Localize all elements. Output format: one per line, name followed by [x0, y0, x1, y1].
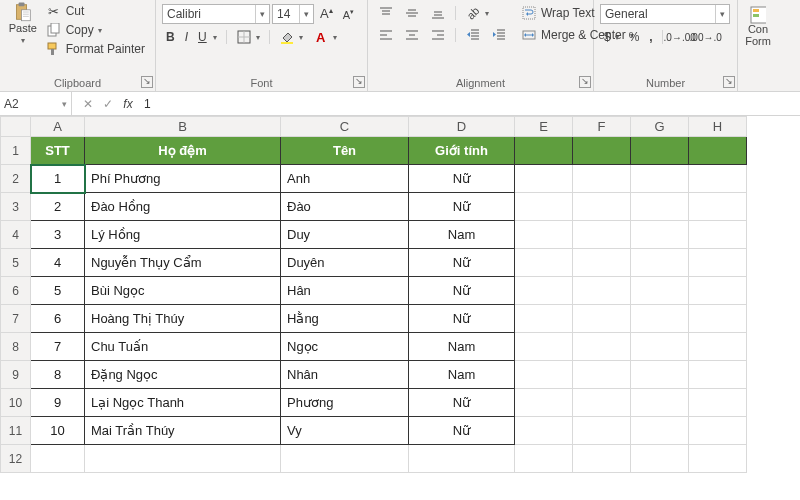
align-right-button[interactable] [426, 26, 450, 44]
row-header[interactable]: 8 [1, 333, 31, 361]
align-top-button[interactable] [374, 4, 398, 22]
cell[interactable] [631, 221, 689, 249]
cell[interactable]: 1 [31, 165, 85, 193]
cell[interactable] [31, 445, 85, 473]
paste-button[interactable]: Paste ▾ [6, 2, 40, 47]
row-header[interactable]: 12 [1, 445, 31, 473]
cell[interactable] [689, 249, 747, 277]
comma-format-button[interactable]: , [645, 29, 656, 45]
cell[interactable] [631, 305, 689, 333]
alignment-dialog-launcher[interactable] [579, 76, 591, 88]
cell[interactable] [689, 305, 747, 333]
cell[interactable] [689, 445, 747, 473]
cell[interactable] [515, 361, 573, 389]
row-header[interactable]: 5 [1, 249, 31, 277]
align-left-button[interactable] [374, 26, 398, 44]
cell[interactable] [85, 445, 281, 473]
cell[interactable]: Hoàng Thị Thúy [85, 305, 281, 333]
percent-format-button[interactable]: % [625, 29, 644, 45]
cell[interactable]: Hân [281, 277, 409, 305]
cell[interactable]: 9 [31, 389, 85, 417]
table-header-cell[interactable]: Họ đệm [85, 137, 281, 165]
col-header[interactable]: F [573, 117, 631, 137]
cell[interactable] [573, 417, 631, 445]
conditional-formatting-button[interactable]: Con Form [741, 6, 775, 48]
col-header[interactable]: H [689, 117, 747, 137]
cell[interactable]: Nữ [409, 277, 515, 305]
fill-color-button[interactable]: ▾ [275, 28, 307, 46]
format-painter-button[interactable]: Format Painter [42, 40, 149, 58]
cell[interactable] [631, 249, 689, 277]
row-header[interactable]: 6 [1, 277, 31, 305]
align-bottom-button[interactable] [426, 4, 450, 22]
cell[interactable] [689, 417, 747, 445]
cell[interactable]: Bùi Ngọc [85, 277, 281, 305]
cell[interactable] [689, 193, 747, 221]
row-header[interactable]: 1 [1, 137, 31, 165]
decrease-indent-button[interactable] [461, 26, 485, 44]
cell[interactable] [515, 333, 573, 361]
spreadsheet-grid[interactable]: ABCDEFGH1STTHọ đệmTênGiới tính21Phí Phươ… [0, 116, 800, 473]
cell[interactable]: Nam [409, 333, 515, 361]
row-header[interactable]: 10 [1, 389, 31, 417]
cell[interactable]: Nữ [409, 305, 515, 333]
cell[interactable] [573, 137, 631, 165]
cell[interactable]: Phí Phương [85, 165, 281, 193]
cell[interactable] [515, 249, 573, 277]
cell[interactable] [573, 389, 631, 417]
insert-function-button[interactable]: fx [118, 97, 138, 111]
cell[interactable]: 10 [31, 417, 85, 445]
cell[interactable] [689, 165, 747, 193]
cell[interactable] [689, 137, 747, 165]
cell[interactable] [689, 389, 747, 417]
cell[interactable] [631, 417, 689, 445]
cell[interactable] [409, 445, 515, 473]
cell[interactable] [573, 193, 631, 221]
row-header[interactable]: 4 [1, 221, 31, 249]
number-format-combo[interactable]: General ▾ [600, 4, 730, 24]
cell[interactable]: Mai Trần Thúy [85, 417, 281, 445]
font-dialog-launcher[interactable] [353, 76, 365, 88]
cell[interactable]: 8 [31, 361, 85, 389]
enter-formula-button[interactable]: ✓ [98, 97, 118, 111]
cell[interactable]: Duy [281, 221, 409, 249]
cell[interactable]: Nam [409, 221, 515, 249]
cell[interactable] [281, 445, 409, 473]
cell[interactable]: Nữ [409, 417, 515, 445]
cell[interactable]: Nam [409, 361, 515, 389]
cell[interactable] [573, 333, 631, 361]
cell[interactable] [573, 249, 631, 277]
increase-font-button[interactable]: A▴ [316, 5, 337, 22]
cell[interactable]: Anh [281, 165, 409, 193]
cell[interactable]: Đào Hồng [85, 193, 281, 221]
cell[interactable]: Đào [281, 193, 409, 221]
col-header[interactable]: D [409, 117, 515, 137]
cell[interactable] [515, 137, 573, 165]
cell[interactable] [573, 305, 631, 333]
row-header[interactable]: 7 [1, 305, 31, 333]
cell[interactable]: Lý Hồng [85, 221, 281, 249]
cell[interactable] [573, 277, 631, 305]
cell[interactable]: Nữ [409, 193, 515, 221]
cut-button[interactable]: ✂ Cut [42, 2, 149, 20]
col-header[interactable]: G [631, 117, 689, 137]
table-header-cell[interactable]: Giới tính [409, 137, 515, 165]
cell[interactable] [631, 193, 689, 221]
formula-input[interactable]: 1 [138, 97, 800, 111]
cell[interactable]: Vy [281, 417, 409, 445]
col-header[interactable]: A [31, 117, 85, 137]
cell[interactable]: Nữ [409, 165, 515, 193]
cell[interactable] [515, 165, 573, 193]
cell[interactable] [631, 137, 689, 165]
bold-button[interactable]: B [162, 29, 179, 45]
cell[interactable] [515, 305, 573, 333]
name-box[interactable]: A2 ▾ [0, 92, 72, 115]
cell[interactable] [515, 445, 573, 473]
cell[interactable] [689, 277, 747, 305]
cell[interactable] [689, 333, 747, 361]
cell[interactable] [515, 193, 573, 221]
cell[interactable] [515, 417, 573, 445]
cell[interactable] [631, 165, 689, 193]
cell[interactable] [515, 277, 573, 305]
row-header[interactable]: 9 [1, 361, 31, 389]
